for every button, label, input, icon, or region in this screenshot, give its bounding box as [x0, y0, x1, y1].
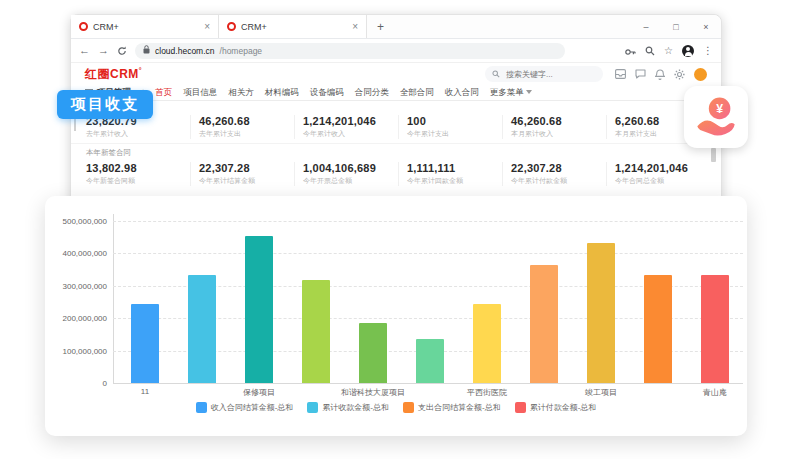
stat-item: 22,307.28 今年累计付款金额	[502, 162, 606, 186]
tab-title: CRM+	[93, 22, 199, 32]
stat-item: 22,307.28 今年累计结算金额	[190, 162, 294, 186]
tab-strip: CRM+ × CRM+ × + – □ ×	[71, 15, 721, 39]
stat-label: 去年累计支出	[199, 129, 294, 139]
bar-平西街医院[interactable]	[473, 304, 501, 383]
tab-strip-tabs: CRM+ × CRM+ ×	[71, 15, 367, 38]
bar-平西街医院[interactable]	[530, 265, 558, 383]
bar-保修项目[interactable]	[302, 280, 330, 383]
nav-item[interactable]: 收入合同	[445, 87, 479, 99]
key-icon[interactable]	[625, 42, 636, 60]
nav-item[interactable]: 相关方	[228, 87, 254, 99]
bar-竣工项目[interactable]	[644, 275, 672, 383]
nav-item[interactable]: 材料编码	[265, 87, 299, 99]
project-income-expense-badge: 项目收支	[57, 90, 153, 119]
y-axis-tick-label: 500,000,000	[49, 217, 107, 226]
stat-label: 今年累计付款金额	[511, 176, 606, 186]
browser-profile-avatar[interactable]	[682, 45, 694, 57]
x-axis-line	[113, 383, 743, 384]
stat-value: 1,214,201,046	[303, 115, 398, 127]
favicon-red-ring-icon	[227, 22, 236, 31]
gear-icon[interactable]	[674, 69, 685, 80]
legend-item[interactable]: 支出合同结算金额-总和	[403, 402, 501, 413]
bar-11[interactable]	[188, 275, 216, 383]
yuan-in-hand-icon: ¥	[684, 86, 748, 148]
nav-item[interactable]: 合同分类	[355, 87, 389, 99]
stats-row-2: 13,802.98 今年新签合同额 22,307.28 今年累计结算金额 1,0…	[86, 162, 710, 186]
crm-header: 红圈CRM°	[71, 63, 721, 85]
legend-item[interactable]: 累计收款金额-总和	[307, 402, 389, 413]
stat-label: 今年累计回款金额	[407, 176, 502, 186]
crm-search-box[interactable]	[485, 66, 603, 82]
x-axis-category-label: 平西街医院	[467, 387, 507, 398]
legend-swatch-icon	[515, 402, 526, 413]
legend-label: 收入合同结算金额-总和	[211, 402, 294, 413]
chevron-down-icon	[526, 90, 532, 94]
stats-divider	[71, 143, 721, 144]
legend-label: 支出合同结算金额-总和	[418, 402, 501, 413]
y-axis-tick-label: 400,000,000	[49, 249, 107, 258]
bar-和谐科技大厦项目[interactable]	[359, 323, 387, 383]
stat-item: 46,260.68 去年累计支出	[190, 115, 294, 139]
bar-11[interactable]	[131, 304, 159, 383]
legend-swatch-icon	[403, 402, 414, 413]
bar-和谐科技大厦项目[interactable]	[416, 339, 444, 383]
search-input[interactable]	[504, 69, 594, 80]
legend-label: 累计收款金额-总和	[322, 402, 389, 413]
y-axis-line	[113, 214, 114, 383]
stat-value: 1,111,111	[407, 162, 502, 174]
menu-kebab-icon[interactable]: ⋮	[703, 45, 713, 56]
stat-label: 去年累计收入	[86, 129, 190, 139]
bar-保修项目[interactable]	[245, 236, 273, 383]
inbox-icon[interactable]	[615, 69, 626, 79]
nav-item[interactable]: 项目信息	[183, 87, 217, 99]
back-icon[interactable]: ←	[79, 45, 90, 56]
nav-item[interactable]: 全部合同	[400, 87, 434, 99]
nav-item[interactable]: 更多菜单	[490, 87, 532, 99]
stat-item: 46,260.68 本月累计收入	[502, 115, 606, 139]
user-avatar[interactable]	[694, 68, 707, 81]
stat-value: 1,004,106,689	[303, 162, 398, 174]
nav-item[interactable]: 首页	[155, 87, 172, 99]
bookmark-star-icon[interactable]: ☆	[664, 45, 673, 56]
crm-header-icons	[615, 68, 707, 81]
bar-青山庵[interactable]	[701, 275, 729, 383]
legend-swatch-icon	[307, 402, 318, 413]
y-axis-tick-label: 0	[49, 379, 107, 388]
stat-label: 今年新签合同额	[86, 176, 190, 186]
x-axis-category-label: 和谐科技大厦项目	[341, 387, 405, 398]
address-field[interactable]: cloud.hecom.cn/homepage	[135, 43, 565, 59]
url-path: /homepage	[220, 46, 263, 56]
tab-close-icon[interactable]: ×	[352, 21, 358, 32]
stat-item: 13,802.98 今年新签合同额	[86, 162, 190, 186]
svg-text:¥: ¥	[716, 102, 723, 116]
browser-tab[interactable]: CRM+ ×	[219, 15, 367, 38]
forward-icon[interactable]: →	[98, 45, 109, 56]
bell-icon[interactable]	[655, 69, 665, 80]
reload-icon[interactable]	[117, 42, 127, 60]
y-axis-tick-label: 100,000,000	[49, 347, 107, 356]
stats-row-1: 23,820.79 去年累计收入 46,260.68 去年累计支出 1,214,…	[86, 115, 710, 139]
legend-item[interactable]: 累计付款金额-总和	[515, 402, 597, 413]
stat-item: 1,214,201,046 今年累计收入	[294, 115, 398, 139]
stat-item: 1,004,106,689 今年开票总金额	[294, 162, 398, 186]
nav-item[interactable]: 设备编码	[310, 87, 344, 99]
browser-tab[interactable]: CRM+ ×	[71, 15, 219, 38]
maximize-button[interactable]: □	[661, 22, 691, 32]
money-icon-connector-line	[711, 148, 716, 162]
new-tab-button[interactable]: +	[367, 15, 394, 38]
x-axis-category-label: 保修项目	[243, 387, 275, 398]
bar-竣工项目[interactable]	[587, 243, 615, 383]
search-icon[interactable]	[645, 42, 655, 60]
section-title: 本年新签合同	[86, 148, 131, 158]
stat-label: 今年开票总金额	[303, 176, 398, 186]
tab-close-icon[interactable]: ×	[204, 21, 210, 32]
badge-connector-line	[74, 117, 76, 131]
window-controls: – □ ×	[631, 15, 721, 38]
tab-title: CRM+	[241, 22, 347, 32]
legend-item[interactable]: 收入合同结算金额-总和	[196, 402, 294, 413]
y-axis-tick-label: 200,000,000	[49, 314, 107, 323]
close-button[interactable]: ×	[691, 22, 721, 32]
message-icon[interactable]	[635, 69, 646, 79]
minimize-button[interactable]: –	[631, 22, 661, 32]
stat-value: 46,260.68	[199, 115, 294, 127]
